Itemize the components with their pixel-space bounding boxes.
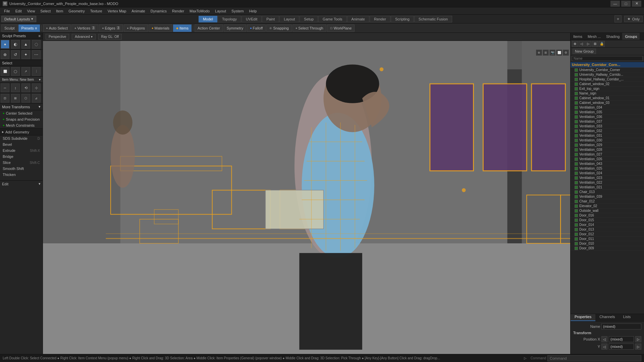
add-geometry-header[interactable]: ▸ Add Geometry: [0, 128, 43, 135]
tree-item[interactable]: Name_sign: [571, 91, 644, 96]
tree-item-checkbox[interactable]: [575, 120, 578, 123]
tree-item[interactable]: Door_011: [571, 237, 644, 241]
tree-item-checkbox[interactable]: [575, 78, 578, 81]
tree-item[interactable]: Ventilation_043: [571, 162, 644, 166]
menu-item-vertex-map[interactable]: Vertex Map: [105, 7, 129, 14]
slice-item[interactable]: Slice Shift-C: [0, 160, 43, 166]
tree-root-item[interactable]: University_Corridor_Corn...: [571, 62, 644, 68]
mode-tab-layout[interactable]: Layout: [279, 16, 299, 22]
menu-item-view[interactable]: View: [24, 7, 38, 14]
maximize-button[interactable]: □: [621, 1, 631, 7]
command-input[interactable]: [547, 355, 641, 361]
position-x-value[interactable]: (mixed): [609, 336, 634, 342]
tree-item[interactable]: Chair_013: [571, 190, 644, 194]
tree-item-checkbox[interactable]: [575, 214, 578, 217]
tree-item[interactable]: Elevator_02: [571, 204, 644, 208]
tree-item-checkbox[interactable]: [575, 172, 578, 175]
transform-2-2[interactable]: ⊞: [11, 94, 20, 103]
tree-item-checkbox[interactable]: [575, 204, 578, 208]
tree-item[interactable]: Ventilation_030: [571, 138, 644, 143]
mode-tab-model[interactable]: Model: [199, 16, 217, 22]
transform-rotate[interactable]: ↕: [11, 83, 20, 92]
menu-item-file[interactable]: File: [1, 7, 13, 14]
sculpt-icon-8[interactable]: ⋯: [32, 50, 41, 59]
mode-tab-animate[interactable]: Animate: [347, 16, 369, 22]
viewport[interactable]: Perspective Advanced ▾ Ray GL: Off: [43, 33, 570, 354]
position-y-plus[interactable]: ▷: [635, 344, 641, 350]
menu-item-help[interactable]: Help: [247, 7, 260, 14]
tree-item[interactable]: Ventilation_032: [571, 129, 644, 133]
tree-item[interactable]: Ventilation_024: [571, 171, 644, 176]
perspective-button[interactable]: Perspective: [46, 34, 69, 40]
tree-item[interactable]: Ventilation_037: [571, 119, 644, 124]
tree-item[interactable]: Cabinet_window_03: [571, 101, 644, 105]
tree-item-checkbox[interactable]: [575, 82, 578, 86]
tree-item-checkbox[interactable]: [575, 115, 578, 119]
menu-item-maxtomodo[interactable]: MaxToModo: [187, 7, 212, 14]
tree-item-checkbox[interactable]: [575, 97, 578, 100]
tree-item[interactable]: Ventilation_039: [571, 194, 644, 199]
ray-gl-button[interactable]: Ray GL: Off: [98, 34, 122, 40]
mode-tab-setup[interactable]: Setup: [300, 16, 318, 22]
snaps-precision-item[interactable]: ● Snaps and Precision: [0, 116, 43, 122]
right-tab-items[interactable]: Items: [571, 33, 585, 40]
select-icon-2[interactable]: ◯: [11, 67, 20, 76]
tree-item-checkbox[interactable]: [575, 237, 578, 241]
scene-tree[interactable]: University_Corridor_Corn... University_C…: [571, 62, 644, 314]
more-transforms-button[interactable]: More Transforms ▾: [0, 104, 43, 110]
select-icon-4[interactable]: ⋮: [32, 67, 41, 76]
sculpt-icon-1[interactable]: ●: [1, 40, 9, 49]
tree-item-checkbox[interactable]: [575, 167, 578, 170]
tree-item[interactable]: Ventilation_028: [571, 147, 644, 152]
symmetry-button[interactable]: Symmetry: [224, 24, 247, 32]
tree-item-checkbox[interactable]: [575, 223, 578, 227]
tree-item[interactable]: Ventilation_027: [571, 152, 644, 157]
tree-item-checkbox[interactable]: [575, 125, 578, 128]
right-toolbar-icon-1[interactable]: ⊕: [572, 41, 578, 47]
tree-item[interactable]: Door_010: [571, 241, 644, 246]
tree-item-checkbox[interactable]: [575, 92, 578, 95]
materials-button[interactable]: ● Materials: [149, 24, 172, 32]
menu-item-layout[interactable]: Layout: [212, 7, 229, 14]
tree-item[interactable]: Ventilation_025: [571, 166, 644, 171]
edges-button[interactable]: ● Edges 3: [99, 24, 123, 32]
tree-item[interactable]: Exit_top_sign: [571, 86, 644, 91]
add-tab-button[interactable]: +: [614, 15, 622, 22]
right-tab-mesh----[interactable]: Mesh ...: [585, 33, 603, 40]
tree-item[interactable]: Ventilation_036: [571, 115, 644, 119]
tree-item[interactable]: Ventilation_021: [571, 185, 644, 190]
mode-tab-schematic-fusion[interactable]: Schematic Fusion: [414, 16, 452, 22]
mode-tab-game-tools[interactable]: Game Tools: [318, 16, 347, 22]
tree-item[interactable]: Door_013: [571, 227, 644, 232]
auto-select-button[interactable]: ● Auto Select: [43, 24, 71, 32]
tree-item-checkbox[interactable]: [575, 134, 578, 137]
tree-item-checkbox[interactable]: [575, 219, 578, 222]
tree-item[interactable]: Cabinet_window_02: [571, 82, 644, 86]
menu-item-item[interactable]: Item: [53, 7, 66, 14]
mesh-constraints-item[interactable]: ● Mesh Constraints: [0, 122, 43, 128]
tree-item-checkbox[interactable]: [575, 106, 578, 109]
smooth-shift-item[interactable]: Smooth Shift: [0, 166, 43, 172]
tree-item-checkbox[interactable]: [575, 139, 578, 142]
name-filter-input[interactable]: [572, 56, 643, 61]
mode-tab-render[interactable]: Render: [370, 16, 390, 22]
position-y-minus[interactable]: ◁: [601, 344, 607, 350]
tree-item[interactable]: Cabinet_window_01: [571, 96, 644, 101]
tree-item-checkbox[interactable]: [575, 148, 578, 152]
tree-item-checkbox[interactable]: [575, 209, 578, 213]
snapping-button[interactable]: ⊕ Snapping: [266, 24, 292, 32]
tree-item-checkbox[interactable]: [575, 143, 578, 147]
tree-item-checkbox[interactable]: [575, 73, 578, 76]
tree-item[interactable]: Ventilation_029: [571, 143, 644, 147]
menu-item-texture[interactable]: Texture: [88, 7, 105, 14]
tree-item-checkbox[interactable]: [575, 228, 578, 231]
vp-camera-icon[interactable]: 📷: [549, 50, 555, 56]
vertices-button[interactable]: ● Vertices 3: [71, 24, 98, 32]
tree-item[interactable]: Ventilation_026: [571, 157, 644, 162]
sculpt-icon-4[interactable]: ◌: [32, 40, 41, 49]
default-layouts-dropdown[interactable]: Default Layouts ▾: [1, 16, 36, 22]
tree-item-checkbox[interactable]: [575, 68, 578, 72]
vp-fit-icon[interactable]: ⊕: [536, 50, 542, 56]
vp-maximize-icon[interactable]: ⬜: [556, 50, 562, 56]
tree-item-checkbox[interactable]: [575, 129, 578, 133]
